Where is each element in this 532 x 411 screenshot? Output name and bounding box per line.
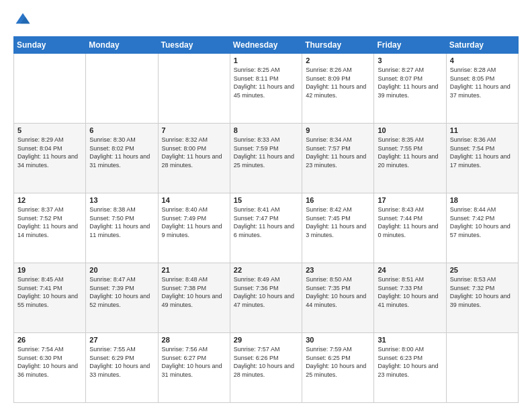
- day-info: Sunrise: 8:41 AMSunset: 7:47 PMDaylight:…: [234, 205, 298, 239]
- week-row-1: 1Sunrise: 8:25 AMSunset: 8:11 PMDaylight…: [14, 54, 519, 124]
- weekday-header-thursday: Thursday: [302, 37, 374, 54]
- day-info: Sunrise: 8:34 AMSunset: 7:57 PMDaylight:…: [306, 136, 370, 169]
- calendar-cell: 25Sunrise: 8:53 AMSunset: 7:32 PMDayligh…: [446, 263, 518, 333]
- logo-icon: [13, 11, 32, 30]
- day-info: Sunrise: 8:25 AMSunset: 8:11 PMDaylight:…: [234, 66, 298, 99]
- day-info: Sunrise: 8:51 AMSunset: 7:33 PMDaylight:…: [378, 275, 442, 309]
- weekday-header-wednesday: Wednesday: [230, 37, 302, 54]
- day-number: 17: [378, 196, 442, 204]
- day-number: 30: [306, 336, 370, 344]
- day-info: Sunrise: 8:49 AMSunset: 7:36 PMDaylight:…: [234, 275, 298, 309]
- day-info: Sunrise: 8:32 AMSunset: 8:00 PMDaylight:…: [162, 136, 226, 169]
- day-info: Sunrise: 8:44 AMSunset: 7:42 PMDaylight:…: [450, 205, 515, 239]
- day-info: Sunrise: 8:28 AMSunset: 8:05 PMDaylight:…: [450, 66, 515, 99]
- calendar-cell: 29Sunrise: 7:57 AMSunset: 6:26 PMDayligh…: [230, 333, 302, 403]
- day-number: 1: [234, 56, 298, 64]
- day-number: 12: [17, 196, 82, 204]
- day-number: 11: [450, 126, 515, 134]
- day-info: Sunrise: 7:56 AMSunset: 6:27 PMDaylight:…: [162, 345, 226, 379]
- calendar-cell: 8Sunrise: 8:33 AMSunset: 7:59 PMDaylight…: [230, 124, 302, 193]
- calendar-cell: 16Sunrise: 8:42 AMSunset: 7:45 PMDayligh…: [302, 193, 374, 263]
- day-number: 22: [234, 266, 298, 274]
- day-number: 24: [378, 266, 442, 274]
- logo: [13, 11, 35, 30]
- day-number: 7: [162, 126, 226, 134]
- day-info: Sunrise: 8:38 AMSunset: 7:50 PMDaylight:…: [89, 205, 154, 239]
- day-number: 14: [162, 196, 226, 204]
- weekday-header-sunday: Sunday: [14, 37, 86, 54]
- day-number: 2: [306, 56, 370, 64]
- day-info: Sunrise: 8:42 AMSunset: 7:45 PMDaylight:…: [306, 205, 370, 239]
- day-number: 9: [306, 126, 370, 134]
- day-info: Sunrise: 8:33 AMSunset: 7:59 PMDaylight:…: [234, 136, 298, 169]
- day-number: 29: [234, 336, 298, 344]
- calendar-cell: 12Sunrise: 8:37 AMSunset: 7:52 PMDayligh…: [14, 193, 86, 263]
- day-number: 21: [162, 266, 226, 274]
- day-info: Sunrise: 8:30 AMSunset: 8:02 PMDaylight:…: [89, 136, 154, 169]
- day-number: 13: [89, 196, 154, 204]
- day-info: Sunrise: 7:54 AMSunset: 6:30 PMDaylight:…: [17, 345, 82, 379]
- calendar-cell: 15Sunrise: 8:41 AMSunset: 7:47 PMDayligh…: [230, 193, 302, 263]
- calendar-cell: 4Sunrise: 8:28 AMSunset: 8:05 PMDaylight…: [446, 54, 518, 124]
- weekday-header-friday: Friday: [374, 37, 446, 54]
- day-number: 26: [17, 336, 82, 344]
- day-number: 10: [378, 126, 442, 134]
- day-number: 20: [89, 266, 154, 274]
- calendar-cell: 30Sunrise: 7:59 AMSunset: 6:25 PMDayligh…: [302, 333, 374, 403]
- day-info: Sunrise: 7:59 AMSunset: 6:25 PMDaylight:…: [306, 345, 370, 379]
- calendar-cell: 14Sunrise: 8:40 AMSunset: 7:49 PMDayligh…: [158, 193, 230, 263]
- calendar-cell: 5Sunrise: 8:29 AMSunset: 8:04 PMDaylight…: [14, 124, 86, 193]
- calendar-cell: 13Sunrise: 8:38 AMSunset: 7:50 PMDayligh…: [86, 193, 158, 263]
- header: [13, 11, 519, 30]
- day-number: 28: [162, 336, 226, 344]
- week-row-3: 12Sunrise: 8:37 AMSunset: 7:52 PMDayligh…: [14, 193, 519, 263]
- day-number: 3: [378, 56, 442, 64]
- day-number: 18: [450, 196, 515, 204]
- weekday-header-monday: Monday: [86, 37, 158, 54]
- calendar-cell: 31Sunrise: 8:00 AMSunset: 6:23 PMDayligh…: [374, 333, 446, 403]
- calendar-cell: 22Sunrise: 8:49 AMSunset: 7:36 PMDayligh…: [230, 263, 302, 333]
- calendar-table: SundayMondayTuesdayWednesdayThursdayFrid…: [13, 36, 519, 403]
- calendar-cell: 19Sunrise: 8:45 AMSunset: 7:41 PMDayligh…: [14, 263, 86, 333]
- calendar-cell: 24Sunrise: 8:51 AMSunset: 7:33 PMDayligh…: [374, 263, 446, 333]
- day-info: Sunrise: 8:37 AMSunset: 7:52 PMDaylight:…: [17, 205, 82, 239]
- day-number: 5: [17, 126, 82, 134]
- page: SundayMondayTuesdayWednesdayThursdayFrid…: [0, 0, 532, 411]
- calendar-cell: [446, 333, 518, 403]
- weekday-header-row: SundayMondayTuesdayWednesdayThursdayFrid…: [14, 37, 519, 54]
- day-number: 4: [450, 56, 515, 64]
- day-info: Sunrise: 8:48 AMSunset: 7:38 PMDaylight:…: [162, 275, 226, 309]
- calendar-cell: 27Sunrise: 7:55 AMSunset: 6:29 PMDayligh…: [86, 333, 158, 403]
- day-info: Sunrise: 7:55 AMSunset: 6:29 PMDaylight:…: [89, 345, 154, 379]
- calendar-cell: 9Sunrise: 8:34 AMSunset: 7:57 PMDaylight…: [302, 124, 374, 193]
- day-number: 31: [378, 336, 442, 344]
- day-info: Sunrise: 8:29 AMSunset: 8:04 PMDaylight:…: [17, 136, 82, 169]
- calendar-cell: 23Sunrise: 8:50 AMSunset: 7:35 PMDayligh…: [302, 263, 374, 333]
- calendar-cell: 21Sunrise: 8:48 AMSunset: 7:38 PMDayligh…: [158, 263, 230, 333]
- weekday-header-tuesday: Tuesday: [158, 37, 230, 54]
- week-row-5: 26Sunrise: 7:54 AMSunset: 6:30 PMDayligh…: [14, 333, 519, 403]
- day-info: Sunrise: 8:27 AMSunset: 8:07 PMDaylight:…: [378, 66, 442, 99]
- calendar-cell: 7Sunrise: 8:32 AMSunset: 8:00 PMDaylight…: [158, 124, 230, 193]
- calendar-cell: 10Sunrise: 8:35 AMSunset: 7:55 PMDayligh…: [374, 124, 446, 193]
- calendar-cell: 20Sunrise: 8:47 AMSunset: 7:39 PMDayligh…: [86, 263, 158, 333]
- calendar-cell: 26Sunrise: 7:54 AMSunset: 6:30 PMDayligh…: [14, 333, 86, 403]
- day-info: Sunrise: 8:26 AMSunset: 8:09 PMDaylight:…: [306, 66, 370, 99]
- day-info: Sunrise: 8:40 AMSunset: 7:49 PMDaylight:…: [162, 205, 226, 239]
- calendar-cell: 18Sunrise: 8:44 AMSunset: 7:42 PMDayligh…: [446, 193, 518, 263]
- calendar-cell: 11Sunrise: 8:36 AMSunset: 7:54 PMDayligh…: [446, 124, 518, 193]
- calendar-cell: 3Sunrise: 8:27 AMSunset: 8:07 PMDaylight…: [374, 54, 446, 124]
- week-row-4: 19Sunrise: 8:45 AMSunset: 7:41 PMDayligh…: [14, 263, 519, 333]
- day-info: Sunrise: 8:35 AMSunset: 7:55 PMDaylight:…: [378, 136, 442, 169]
- day-number: 23: [306, 266, 370, 274]
- day-number: 16: [306, 196, 370, 204]
- day-info: Sunrise: 8:00 AMSunset: 6:23 PMDaylight:…: [378, 345, 442, 379]
- day-info: Sunrise: 8:45 AMSunset: 7:41 PMDaylight:…: [17, 275, 82, 309]
- day-number: 8: [234, 126, 298, 134]
- day-info: Sunrise: 8:50 AMSunset: 7:35 PMDaylight:…: [306, 275, 370, 309]
- day-number: 15: [234, 196, 298, 204]
- day-info: Sunrise: 7:57 AMSunset: 6:26 PMDaylight:…: [234, 345, 298, 379]
- calendar-cell: 2Sunrise: 8:26 AMSunset: 8:09 PMDaylight…: [302, 54, 374, 124]
- day-number: 19: [17, 266, 82, 274]
- week-row-2: 5Sunrise: 8:29 AMSunset: 8:04 PMDaylight…: [14, 124, 519, 193]
